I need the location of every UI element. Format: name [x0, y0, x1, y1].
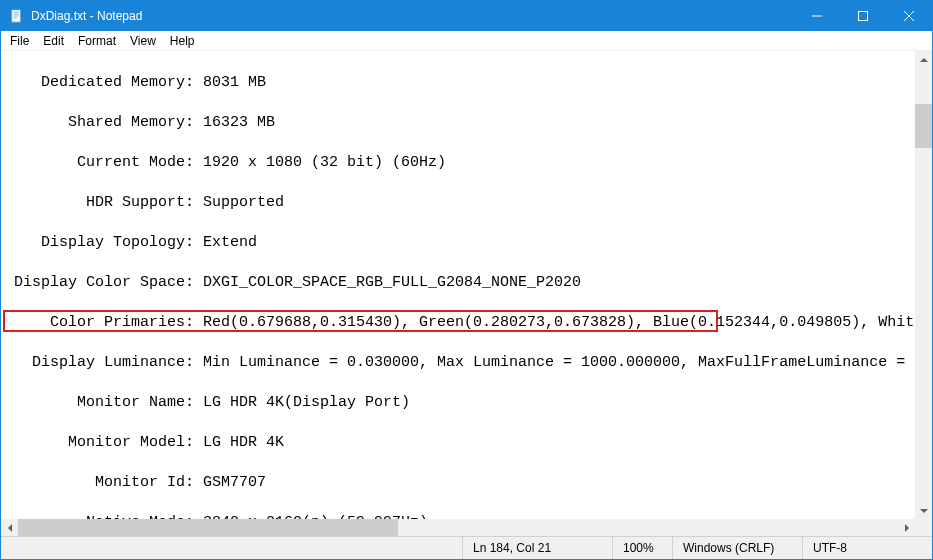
- text-line: Display Luminance: Min Luminance = 0.030…: [5, 353, 911, 373]
- status-encoding: UTF-8: [802, 537, 932, 559]
- menu-help[interactable]: Help: [163, 32, 202, 50]
- chevron-down-icon: [920, 509, 928, 513]
- scroll-down-button[interactable]: [915, 502, 932, 519]
- editor-area: Dedicated Memory: 8031 MB Shared Memory:…: [1, 51, 932, 536]
- titlebar[interactable]: DxDiag.txt - Notepad: [1, 1, 932, 31]
- chevron-up-icon: [920, 58, 928, 62]
- scrollbar-corner: [915, 519, 932, 536]
- text-line: Display Color Space: DXGI_COLOR_SPACE_RG…: [5, 273, 911, 293]
- vertical-scrollbar[interactable]: [915, 51, 932, 519]
- menu-view[interactable]: View: [123, 32, 163, 50]
- window-title: DxDiag.txt - Notepad: [31, 9, 794, 23]
- scroll-right-button[interactable]: [898, 519, 915, 536]
- horizontal-scroll-thumb[interactable]: [18, 519, 398, 536]
- window-controls: [794, 1, 932, 31]
- text-line: Monitor Model: LG HDR 4K: [5, 433, 911, 453]
- horizontal-scroll-track[interactable]: [18, 519, 898, 536]
- text-line: Color Primaries: Red(0.679688,0.315430),…: [5, 313, 911, 333]
- text-line: Dedicated Memory: 8031 MB: [5, 73, 911, 93]
- scroll-left-button[interactable]: [1, 519, 18, 536]
- close-button[interactable]: [886, 1, 932, 31]
- text-line: Monitor Id: GSM7707: [5, 473, 911, 493]
- svg-rect-6: [859, 12, 868, 21]
- vertical-scroll-track[interactable]: [915, 68, 932, 502]
- text-line: Current Mode: 1920 x 1080 (32 bit) (60Hz…: [5, 153, 911, 173]
- notepad-window: DxDiag.txt - Notepad File Edit Format Vi…: [0, 0, 933, 560]
- menubar: File Edit Format View Help: [1, 31, 932, 51]
- maximize-button[interactable]: [840, 1, 886, 31]
- status-cursor-position: Ln 184, Col 21: [462, 537, 612, 559]
- vertical-scroll-thumb[interactable]: [915, 104, 932, 148]
- text-line: HDR Support: Supported: [5, 193, 911, 213]
- menu-file[interactable]: File: [3, 32, 36, 50]
- text-line: Display Topology: Extend: [5, 233, 911, 253]
- statusbar: Ln 184, Col 21 100% Windows (CRLF) UTF-8: [1, 536, 932, 559]
- status-line-ending: Windows (CRLF): [672, 537, 802, 559]
- chevron-right-icon: [905, 524, 909, 532]
- text-line: Monitor Name: LG HDR 4K(Display Port): [5, 393, 911, 413]
- text-editor[interactable]: Dedicated Memory: 8031 MB Shared Memory:…: [1, 51, 915, 519]
- horizontal-scrollbar[interactable]: [1, 519, 915, 536]
- scroll-up-button[interactable]: [915, 51, 932, 68]
- app-icon: [9, 8, 25, 24]
- minimize-button[interactable]: [794, 1, 840, 31]
- chevron-left-icon: [8, 524, 12, 532]
- menu-edit[interactable]: Edit: [36, 32, 71, 50]
- text-line: Shared Memory: 16323 MB: [5, 113, 911, 133]
- status-zoom[interactable]: 100%: [612, 537, 672, 559]
- menu-format[interactable]: Format: [71, 32, 123, 50]
